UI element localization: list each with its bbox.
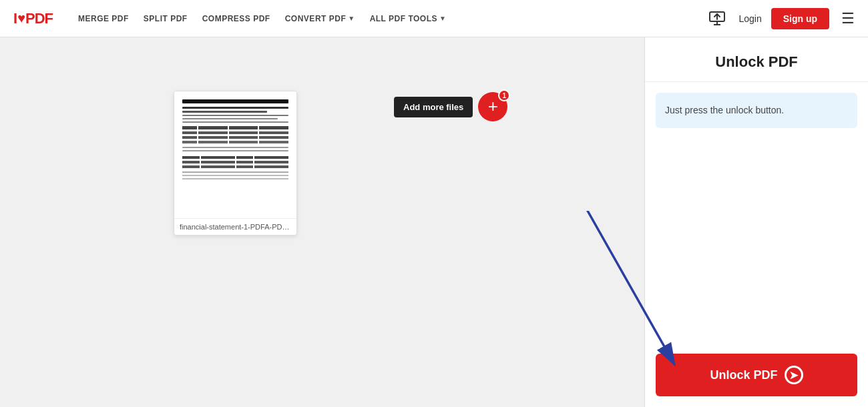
main-nav: MERGE PDF SPLIT PDF COMPRESS PDF CONVERT…: [73, 10, 705, 27]
plus-icon: +: [488, 97, 498, 115]
right-panel-title: Unlock PDF: [645, 37, 868, 82]
unlock-pdf-button[interactable]: Unlock PDF ➤: [656, 354, 857, 396]
info-text: Just press the unlock button.: [665, 105, 784, 115]
file-name: financial-statement-1-PDFA-PDF...: [174, 218, 296, 235]
nav-split-pdf-label: SPLIT PDF: [144, 14, 188, 23]
info-box: Just press the unlock button.: [656, 93, 857, 128]
chevron-down-icon: ▼: [439, 15, 446, 22]
nav-convert-pdf-label: CONVERT PDF: [285, 14, 347, 23]
login-button[interactable]: Login: [738, 13, 761, 24]
logo[interactable]: I ♥ PDF: [13, 10, 53, 27]
right-panel-spacer: [645, 139, 868, 343]
chevron-down-icon: ▼: [348, 15, 355, 22]
file-count-badge: 1: [498, 89, 510, 101]
nav-split-pdf[interactable]: SPLIT PDF: [138, 10, 193, 27]
add-more-files-button[interactable]: Add more files: [394, 97, 473, 117]
add-files-circle-button[interactable]: 1 +: [478, 92, 507, 121]
nav-all-tools-label: ALL PDF TOOLS: [370, 14, 437, 23]
main-area: financial-statement-1-PDFA-PDF... Add mo…: [0, 37, 868, 407]
nav-all-tools[interactable]: ALL PDF TOOLS ▼: [365, 10, 452, 27]
signup-button[interactable]: Sign up: [771, 8, 829, 29]
left-panel: financial-statement-1-PDFA-PDF... Add mo…: [0, 37, 644, 407]
right-panel: Unlock PDF Just press the unlock button.…: [644, 37, 868, 407]
unlock-pdf-label: Unlock PDF: [710, 368, 777, 382]
header: I ♥ PDF MERGE PDF SPLIT PDF COMPRESS PDF…: [0, 0, 868, 37]
nav-merge-pdf-label: MERGE PDF: [78, 14, 129, 23]
monitor-icon[interactable]: [705, 7, 729, 31]
nav-convert-pdf[interactable]: CONVERT PDF ▼: [280, 10, 361, 27]
logo-pdf: PDF: [25, 10, 53, 27]
nav-merge-pdf[interactable]: MERGE PDF: [73, 10, 134, 27]
unlock-circle-icon: ➤: [785, 366, 803, 384]
nav-compress-pdf-label: COMPRESS PDF: [202, 14, 270, 23]
nav-compress-pdf[interactable]: COMPRESS PDF: [197, 10, 276, 27]
file-card[interactable]: financial-statement-1-PDFA-PDF...: [174, 91, 297, 236]
header-right: Login Sign up ☰: [705, 7, 855, 31]
logo-heart-icon: ♥: [17, 11, 25, 26]
add-more-container: Add more files 1 +: [394, 92, 507, 121]
logo-i: I: [13, 10, 17, 27]
hamburger-menu-icon[interactable]: ☰: [841, 10, 855, 27]
logo-area[interactable]: I ♥ PDF: [13, 10, 53, 27]
file-preview: [174, 91, 296, 218]
